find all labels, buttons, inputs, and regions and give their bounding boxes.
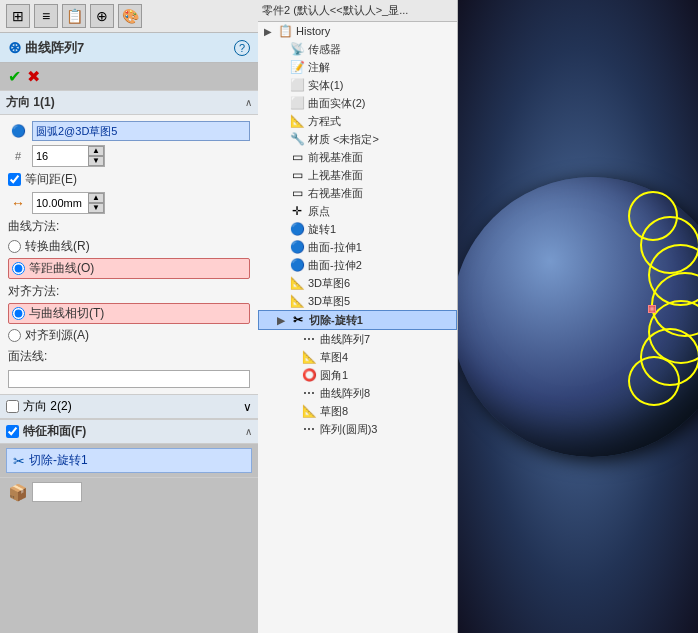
right-section: 零件2 (默认人<<默认人>_显... ▶📋History📡传感器📝注解⬜实体(… [258,0,698,633]
direction2-title: 方向 2(2) [23,398,72,415]
tree-item-rightplane[interactable]: ▭右视基准面 [258,184,457,202]
tree-icon-topplane: ▭ [289,167,305,183]
tree-expand-history: ▶ [264,26,274,37]
equal-arc-radio[interactable] [12,262,25,275]
tree-icon-curve-array8: ⋯ [301,385,317,401]
tree-label-equation: 方程式 [308,114,341,129]
tree-item-annotation[interactable]: 📝注解 [258,58,457,76]
tree-item-curve-array7[interactable]: ⋯曲线阵列7 [258,330,457,348]
tree-label-history: History [296,25,330,37]
tree-item-array-circle3[interactable]: ⋯阵列(圆周)3 [258,420,457,438]
toolbar-icon-3[interactable]: 📋 [62,4,86,28]
tree-icon-cut-revolve1: ✂ [290,312,306,328]
direction2-header[interactable]: 方向 2(2) ∨ [0,395,258,419]
tree-icon-history: 📋 [277,23,293,39]
tree-item-cut-revolve1[interactable]: ▶✂切除-旋转1 [258,310,457,330]
tree-item-material[interactable]: 🔧材质 <未指定> [258,130,457,148]
curve-field-row: 🔵 [8,121,250,141]
distance-down[interactable]: ▼ [88,203,104,213]
tree-icon-origin: ✛ [289,203,305,219]
equal-spacing-checkbox[interactable] [8,173,21,186]
tree-label-annotation: 注解 [308,60,330,75]
tangent-radio[interactable] [12,307,25,320]
tree-icon-sketch6: 📐 [289,275,305,291]
tree-item-equation[interactable]: 📐方程式 [258,112,457,130]
tangent-row: 与曲线相切(T) [8,303,250,324]
tree-label-topplane: 上视基准面 [308,168,363,183]
app-container: ⊞ ≡ 📋 ⊕ 🎨 ⊛ 曲线阵列7 ? ✔ ✖ 方向 1(1) [0,0,698,633]
bottom-input[interactable] [32,482,82,502]
direction1-header[interactable]: 方向 1(1) ∧ [0,91,258,115]
curve-field-input[interactable] [32,121,250,141]
tree-label-loft2: 曲面-拉伸2 [308,258,362,273]
tree-icon-frontplane: ▭ [289,149,305,165]
cancel-button[interactable]: ✖ [27,67,40,86]
tree-item-sensor[interactable]: 📡传感器 [258,40,457,58]
align-to-radio[interactable] [8,329,21,342]
toolbar-icon-1[interactable]: ⊞ [6,4,30,28]
tree-label-cut-revolve1: 切除-旋转1 [309,313,363,328]
tree-item-sketch8[interactable]: 📐草图8 [258,402,457,420]
feature-face-section: 特征和面(F) ∧ ✂ 切除-旋转1 [0,420,258,478]
feature-face-checkbox[interactable] [6,425,19,438]
tree-item-curve-array8[interactable]: ⋯曲线阵列8 [258,384,457,402]
bottom-icon: 📦 [8,483,28,502]
direction1-title: 方向 1(1) [6,94,55,111]
tangent-label: 与曲线相切(T) [29,305,104,322]
status-row: ✔ ✖ [0,63,258,91]
tree-item-circle1[interactable]: ⭕圆角1 [258,366,457,384]
panel-title: ⊛ 曲线阵列7 [8,38,84,57]
instance-count-up[interactable]: ▲ [88,146,104,156]
tree-item-revolve1[interactable]: 🔵旋转1 [258,220,457,238]
tree-item-history[interactable]: ▶📋History [258,22,457,40]
panel-body: 方向 1(1) ∧ 🔵 # ▲ [0,91,258,506]
distance-spin: ▲ ▼ [88,193,104,213]
sphere [458,177,698,457]
tree-icon-revolve1: 🔵 [289,221,305,237]
tree-area: 零件2 (默认人<<默认人>_显... ▶📋History📡传感器📝注解⬜实体(… [258,0,458,633]
tree-label-revolve1: 旋转1 [308,222,336,237]
tree-label-loft1: 曲面-拉伸1 [308,240,362,255]
feature-item-icon: ✂ [13,453,25,469]
tree-item-sketch6[interactable]: 📐3D草图6 [258,274,457,292]
tree-label-sketch6: 3D草图6 [308,276,350,291]
feature-face-header[interactable]: 特征和面(F) ∧ [0,420,258,444]
instance-count-input[interactable] [33,147,88,165]
distance-up[interactable]: ▲ [88,193,104,203]
direction2-checkbox[interactable] [6,400,19,413]
tree-item-loft1[interactable]: 🔵曲面-拉伸1 [258,238,457,256]
distance-input[interactable] [33,194,88,212]
curve-array-icon: ⊛ [8,38,21,57]
curve-method-label: 曲线方法: [8,218,250,235]
feature-face-collapse-icon: ∧ [245,426,252,437]
tree-item-frontplane[interactable]: ▭前视基准面 [258,148,457,166]
equal-arc-row: 等距曲线(O) [8,258,250,279]
confirm-button[interactable]: ✔ [8,67,21,86]
tree-label-sensor: 传感器 [308,42,341,57]
face-normal-input[interactable] [8,370,250,388]
tree-item-sketch4[interactable]: 📐草图4 [258,348,457,366]
transform-curve-row: 转换曲线(R) [8,238,250,255]
equal-spacing-row: 等间距(E) [8,171,250,188]
tree-label-array-circle3: 阵列(圆周)3 [320,422,377,437]
toolbar-icon-4[interactable]: ⊕ [90,4,114,28]
tree-label-solid1: 实体(1) [308,78,343,93]
curve-field-icon: 🔵 [8,121,28,141]
tree-items-container: ▶📋History📡传感器📝注解⬜实体(1)⬜曲面实体(2)📐方程式🔧材质 <未… [258,22,457,438]
align-to-row: 对齐到源(A) [8,327,250,344]
tree-item-sketch5[interactable]: 📐3D草图5 [258,292,457,310]
tree-item-origin[interactable]: ✛原点 [258,202,457,220]
distance-row: ↔ ▲ ▼ [8,192,250,214]
tree-item-topplane[interactable]: ▭上视基准面 [258,166,457,184]
toolbar-icon-2[interactable]: ≡ [34,4,58,28]
tree-item-surface2[interactable]: ⬜曲面实体(2) [258,94,457,112]
tree-item-solid1[interactable]: ⬜实体(1) [258,76,457,94]
tree-item-loft2[interactable]: 🔵曲面-拉伸2 [258,256,457,274]
tree-label-sketch8: 草图8 [320,404,348,419]
transform-curve-radio[interactable] [8,240,21,253]
tree-label-curve-array7: 曲线阵列7 [320,332,370,347]
instance-count-down[interactable]: ▼ [88,156,104,166]
direction2-collapse-icon: ∨ [243,400,252,414]
help-button[interactable]: ? [234,40,250,56]
toolbar-icon-5[interactable]: 🎨 [118,4,142,28]
